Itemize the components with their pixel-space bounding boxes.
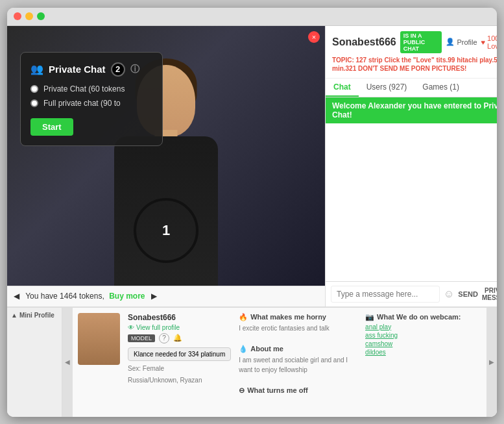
start-private-chat-button[interactable]: Start [30,118,73,136]
action-button[interactable]: Klance needed for 334 platinum [128,347,231,361]
chat-tabs: Chat Users (927) Games (1) [326,79,497,97]
webcam-item-1[interactable]: anal play [365,323,481,330]
turns-off-icon: ⊖ [239,386,245,395]
profile-right: 📷 What We do on webcam: anal play ass fu… [360,308,486,417]
profile-middle: 🔥 What makes me horny I excite erotic fa… [234,308,360,417]
minimize-window-button[interactable] [25,12,33,20]
profile-info: Sonabest666 👁 View full profile MODEL ? … [125,308,234,417]
about-text: I am sweet and sociable girl and and I w… [239,355,355,375]
lovers-count: ♥ 100743 Lovers [481,34,497,50]
info-icon[interactable]: ⓘ [130,64,139,75]
chat-header: Sonabest666 IS IN A PUBLIC CHAT 👤 Profil… [326,26,497,79]
annotation-circle-1: 1 [134,198,198,263]
radio-private-chat[interactable] [30,85,38,93]
profile-link[interactable]: 👤 Profile [446,38,477,46]
video-section: × 👥 Private Chat 2 ⓘ Private Chat (60 to… [7,26,325,306]
webcam-item-3[interactable]: camshow [365,340,481,347]
view-profile-link[interactable]: 👁 View full profile [128,324,231,331]
username-row: Sonabest666 IS IN A PUBLIC CHAT 👤 Profil… [332,31,497,53]
maximize-window-button[interactable] [37,12,45,20]
horny-text: I excite erotic fantasies and talk [239,323,355,333]
location-detail: Russia/Unknown, Ryazan [128,375,231,386]
horny-header: 🔥 What makes me horny [239,313,355,321]
webcam-item-4[interactable]: dildoes [365,349,481,356]
video-background: × 👥 Private Chat 2 ⓘ Private Chat (60 to… [7,26,325,286]
close-window-button[interactable] [14,12,21,20]
profile-icon: 👤 [446,38,455,46]
model-tag: MODEL [128,334,155,342]
drop-icon: 💧 [239,345,248,353]
private-chat-popup: 👥 Private Chat 2 ⓘ Private Chat (60 toke… [20,52,163,146]
chevron-right-icon[interactable]: ▶ [151,292,157,301]
welcome-banner: Welcome Alexander you have entered to Pr… [326,97,497,123]
buy-more-link[interactable]: Buy more [109,292,145,301]
flame-icon: 🔥 [239,313,248,321]
webcam-header: 📷 What We do on webcam: [365,313,481,321]
profile-section: ▲ Mini Profile ◀ Sonabest666 👁 View full… [7,306,497,417]
topic-text: TOPIC: 127 strip Click the "Love" tits.9… [332,56,497,73]
camera-icon: 📷 [365,313,374,321]
model-badge: MODEL ? 🔔 [128,333,231,343]
full-private-chat-option[interactable]: Full private chat (90 to [30,99,152,108]
help-icon[interactable]: ? [159,333,169,343]
tab-games[interactable]: Games (1) [414,79,467,97]
profile-details: Sex: Female Russia/Unknown, Ryazan [128,363,231,386]
private-message-button[interactable]: PRIVATE MESSAGE [482,287,497,301]
profile-scroll-left[interactable]: ◀ [62,308,73,417]
chat-panel: Sonabest666 IS IN A PUBLIC CHAT 👤 Profil… [325,26,497,306]
sex-detail: Sex: Female [128,363,231,375]
chat-messages [326,123,497,281]
popup-title: 👥 Private Chat 2 ⓘ [30,62,152,77]
heart-icon: ♥ [481,38,486,46]
emoji-icon[interactable]: ☺ [444,288,454,300]
profile-name: Sonabest666 [128,313,231,322]
notification-icon: 🔔 [173,334,182,342]
people-icon: 👥 [30,63,43,75]
tab-users[interactable]: Users (927) [359,79,415,97]
chat-input-area: ☺ SEND PRIVATE MESSAGE [326,281,497,306]
video-container: × 👥 Private Chat 2 ⓘ Private Chat (60 to… [7,26,325,286]
video-close-button[interactable]: × [308,31,320,43]
chat-input[interactable] [331,286,440,303]
profile-content: Sonabest666 👁 View full profile MODEL ? … [73,308,486,417]
private-chat-option[interactable]: Private Chat (60 tokens [30,84,152,94]
about-header: 💧 About me [239,345,355,353]
public-chat-badge: IS IN A PUBLIC CHAT [400,31,442,53]
radio-full-private-chat[interactable] [30,99,38,107]
popup-badge: 2 [111,62,125,77]
view-icon: 👁 [128,324,134,331]
profile-scroll-right[interactable]: ▶ [486,308,497,417]
chevron-left-icon[interactable]: ◀ [14,292,19,301]
streamer-username: Sonabest666 [332,36,396,48]
webcam-item-2[interactable]: ass fucking [365,332,481,339]
turns-off-header: ⊖ What turns me off [239,386,355,395]
token-text: ◀ You have 1464 tokens, Buy more ▶ [14,292,157,301]
title-bar [7,8,497,26]
mini-profile-label: ▲ Mini Profile [7,308,62,417]
tab-chat[interactable]: Chat [326,79,359,97]
send-button[interactable]: SEND [458,290,478,298]
chevron-up-icon[interactable]: ▲ [11,312,18,319]
token-bar: ◀ You have 1464 tokens, Buy more ▶ [7,286,325,306]
profile-avatar [78,313,120,365]
